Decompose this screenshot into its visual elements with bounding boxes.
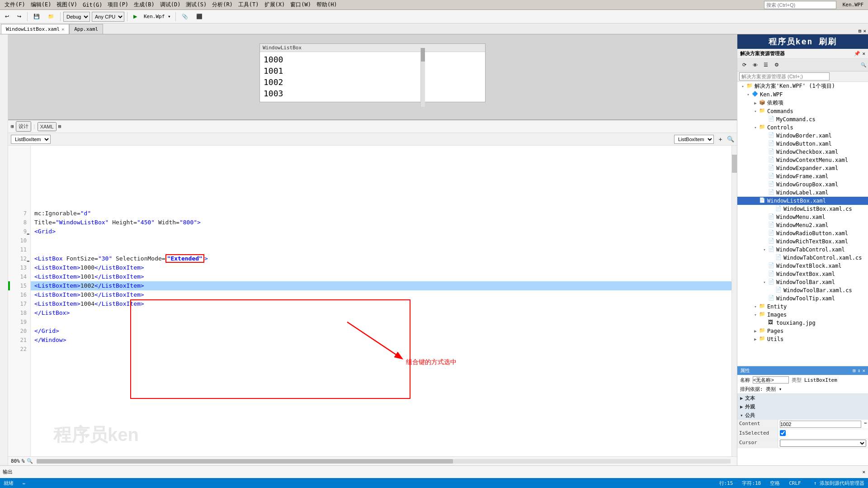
code-content[interactable]: mc:Ignorable="d" Title="WindowListBox" H… — [31, 146, 731, 456]
tree-windowlistbox-cs[interactable]: 📄 WindowListBox.xaml.cs — [737, 205, 868, 213]
attach-button[interactable]: 📎 — [179, 12, 191, 22]
add-element-button[interactable]: ＋ — [717, 135, 723, 143]
solution-explorer-tree[interactable]: ▾ 📁 解决方案'Ken.WPF' (1个项目) ▾ 🔷 Ken.WPF ▶ 📦… — [737, 82, 868, 366]
breakpoint-button[interactable]: ⬛ — [193, 12, 206, 22]
tree-windowmenu2[interactable]: 📄 WindowMenu2.xaml — [737, 221, 868, 229]
sync-button[interactable]: ⟳ — [739, 61, 749, 70]
tree-windowlabel[interactable]: 📄 WindowLabel.xaml — [737, 189, 868, 197]
search-solution-button[interactable]: 🔍 — [861, 62, 866, 67]
tree-windowbutton[interactable]: 📄 WindowButton.xaml — [737, 140, 868, 148]
expand-icon[interactable]: ▾ — [761, 247, 768, 252]
tree-windowtabcontrol[interactable]: ▾ 📄 WindowTabControl.xaml — [737, 246, 868, 254]
debug-mode-select[interactable]: Debug — [63, 12, 90, 22]
zoom-controls-buttons[interactable]: 🔍 — [27, 458, 33, 464]
expand-icon[interactable]: ▾ — [752, 313, 759, 317]
content-edit-icon[interactable]: ✏ — [863, 420, 868, 429]
zoom-level[interactable]: 80% — [11, 458, 20, 464]
tree-windowcheckbox[interactable]: 📄 WindowCheckbox.xaml — [737, 148, 868, 156]
tree-windowradiobutton[interactable]: 📄 WindowRadioButton.xaml — [737, 229, 868, 237]
menu-view[interactable]: 视图(V) — [54, 1, 80, 9]
pin-icon[interactable]: 📌 — [854, 51, 860, 57]
cursor-select[interactable] — [780, 440, 866, 447]
isselected-checkbox[interactable] — [780, 430, 786, 436]
tree-windowexpander[interactable]: 📄 WindowExpander.xaml — [737, 164, 868, 172]
expand-icon[interactable]: ▾ — [752, 304, 759, 309]
expand-arrow-icon[interactable]: ▶ — [740, 404, 743, 410]
sort-by-dropdown[interactable]: 排列依据: 类别 ▾ — [737, 385, 868, 394]
close-all-button[interactable]: ✕ — [863, 28, 866, 34]
menu-build[interactable]: 生成(B) — [131, 1, 157, 9]
search-input[interactable] — [764, 1, 836, 9]
tree-windowrichtextbox[interactable]: 📄 WindowRichTextBox.xaml — [737, 237, 868, 246]
tree-windowtextblock[interactable]: 📄 WindowTextBlock.xaml — [737, 262, 868, 270]
menu-help[interactable]: 帮助(H) — [314, 1, 340, 9]
collapse-arrow-icon[interactable]: ▾ — [740, 412, 743, 418]
tree-entity[interactable]: ▾ 📁 Entity — [737, 303, 868, 311]
props-grid-icon[interactable]: ⊞ — [853, 368, 856, 374]
expand-icon[interactable]: ▾ — [752, 109, 759, 114]
props-section-text[interactable]: ▶ 文本 — [737, 394, 868, 403]
tree-utils[interactable]: ▶ 📁 Utils — [737, 335, 868, 343]
tree-windowgroupbox[interactable]: 📄 WindowGroupBox.xaml — [737, 180, 868, 189]
tree-mycommand[interactable]: 📄 MyCommand.cs — [737, 115, 868, 123]
xaml-button[interactable]: XAML — [38, 122, 57, 131]
tab-windowlistbox-close[interactable]: ✕ — [61, 27, 64, 32]
code-editor[interactable]: 7 8 9 ▬ 10 11 12 ▬ — [8, 146, 737, 456]
expand-icon[interactable]: ▾ — [745, 92, 752, 97]
run-button[interactable]: ▶ — [130, 12, 140, 22]
tab-appxaml[interactable]: App.xaml — [69, 24, 103, 34]
tree-project[interactable]: ▾ 🔷 Ken.WPF — [737, 90, 868, 99]
expand-icon[interactable]: ⊞ — [58, 123, 61, 129]
menu-extensions[interactable]: 扩展(X) — [262, 1, 288, 9]
tree-windowtextbox[interactable]: 📄 WindowTextBox.xaml — [737, 270, 868, 278]
menu-git[interactable]: Git(G) — [80, 2, 105, 8]
filter-button[interactable]: ☰ — [761, 61, 771, 70]
expand-icon[interactable]: ▶ — [752, 337, 759, 341]
tree-windowlistbox[interactable]: ▾ 📄 WindowListBox.xaml — [737, 197, 868, 205]
props-section-common[interactable]: ▾ 公共 — [737, 411, 868, 420]
element-instance-selector[interactable]: ListBoxItem — [674, 135, 714, 144]
expand-icon[interactable]: ▾ — [739, 84, 746, 89]
save-button[interactable]: 💾 — [30, 12, 43, 22]
user-login[interactable]: Ken.WPF — [840, 2, 866, 8]
tree-windowborder[interactable]: 📄 WindowBorder.xaml — [737, 132, 868, 140]
menu-debug[interactable]: 调试(D) — [157, 1, 184, 9]
save-all-button[interactable]: 📁 — [45, 12, 57, 22]
show-all-button[interactable]: 👁 — [750, 61, 760, 70]
add-to-source-button[interactable]: ↑ 添加到源代码管理器 — [814, 480, 864, 487]
element-type-selector[interactable]: ListBoxItem — [11, 135, 51, 144]
tree-commands[interactable]: ▾ 📁 Commands — [737, 107, 868, 115]
horizontal-scrollbar[interactable] — [37, 459, 731, 464]
expand-icon[interactable]: ▾ — [761, 280, 768, 284]
solution-search-input[interactable] — [739, 72, 830, 81]
tree-windowtoolbar-cs[interactable]: 📄 WindowToolBar.xaml.cs — [737, 286, 868, 294]
expand-icon[interactable]: ▾ — [752, 199, 759, 203]
platform-select[interactable]: Any CPU — [92, 12, 124, 22]
split-view-button[interactable]: ⊞ — [859, 28, 862, 34]
expand-icon[interactable]: ▶ — [752, 101, 759, 105]
tree-controls[interactable]: ▾ 📁 Controls — [737, 123, 868, 132]
props-value-cursor[interactable] — [778, 439, 868, 448]
menu-window[interactable]: 窗口(W) — [288, 1, 314, 9]
tree-solution-root[interactable]: ▾ 📁 解决方案'Ken.WPF' (1个项目) — [737, 82, 868, 90]
menu-file[interactable]: 文件(F) — [2, 1, 28, 9]
expand-icon[interactable]: ▾ — [752, 125, 759, 130]
expand-icon[interactable]: ▶ — [752, 329, 759, 333]
props-value-isselected[interactable] — [778, 429, 868, 438]
props-name-input[interactable] — [753, 376, 789, 384]
props-section-appearance[interactable]: ▶ 外观 — [737, 403, 868, 411]
menu-edit[interactable]: 编辑(E) — [28, 1, 54, 9]
props-value-content[interactable] — [778, 420, 863, 429]
tree-windowmenu[interactable]: 📄 WindowMenu.xaml — [737, 213, 868, 221]
tree-windowcontextmenu[interactable]: 📄 WindowContextMenu.xaml — [737, 156, 868, 164]
code-zoom-button[interactable]: 🔍 — [727, 136, 734, 142]
tree-dependencies[interactable]: ▶ 📦 依赖项 — [737, 99, 868, 107]
tree-windowtabcontrol-cs[interactable]: 📄 WindowTabControl.xaml.cs — [737, 254, 868, 262]
tree-windowtoolbar[interactable]: ▾ 📄 WindowToolBar.xaml — [737, 278, 868, 286]
vertical-scrollbar[interactable] — [731, 146, 737, 456]
tree-touxiang[interactable]: 🖼 touxiang.jpg — [737, 319, 868, 327]
tree-pages[interactable]: ▶ 📁 Pages — [737, 327, 868, 335]
menu-tools[interactable]: 工具(T) — [236, 1, 262, 9]
props-sort-icon[interactable]: ↕ — [858, 368, 861, 374]
settings-button[interactable]: ⚙ — [772, 61, 782, 70]
